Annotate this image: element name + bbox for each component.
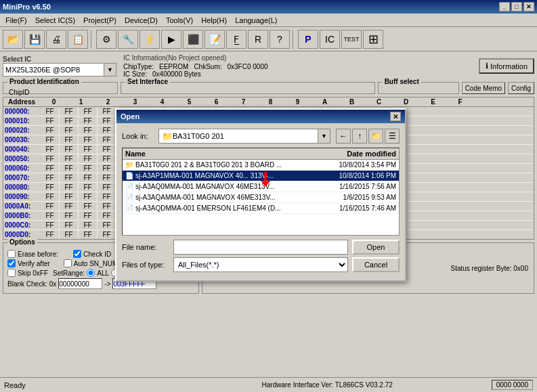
file-name-cell-0: 📁BA31T0G0 201 2 & BA31T0G0 201 3 BOARD .… [125, 161, 306, 169]
file-name-label: File name: [122, 243, 169, 251]
file-name-cell-4: 📄sj-A3AQDMMA-001 EMERSON LF461EM4 (D... [125, 204, 306, 212]
file-name-row: File name: Open [122, 240, 400, 255]
doc-icon-2: 📄 [125, 183, 133, 190]
doc-icon-1: 📄 [125, 172, 133, 179]
file-date-cell-2: 1/16/2015 7:56 AM [306, 183, 396, 190]
files-type-row: Files of type: All_Files(*.*) Cancel [122, 257, 400, 272]
file-row-4[interactable]: 📄sj-A3AQDMMA-001 EMERSON LF461EM4 (D...1… [123, 203, 399, 214]
nav-back-btn[interactable]: ← [336, 129, 351, 144]
file-date-cell-3: 1/6/2015 9:53 AM [306, 194, 396, 201]
look-in-text: BA31T0G0 201 [173, 132, 224, 140]
view-toggle-btn[interactable]: ☰ [385, 129, 400, 144]
open-dialog: Open ✕ Look in: 📁 BA31T0G0 201 ▼ ← ↑ 📁 [115, 108, 406, 282]
look-in-label: Look in: [122, 132, 156, 140]
file-row-3[interactable]: 📄sj-A3AQAMMA-001 MAGNAVOX 46ME313V...1/6… [123, 192, 399, 203]
dialog-body: Look in: 📁 BA31T0G0 201 ▼ ← ↑ 📁 ☰ [116, 123, 405, 280]
look-in-value: 📁 BA31T0G0 201 [158, 129, 318, 144]
name-col-header: Name [125, 150, 306, 158]
file-name-cell-1: 📄sj-A3AP1MMA-001 MAGNAVOX 40... 313V-... [125, 172, 306, 179]
look-in-dropdown-btn[interactable]: ▼ [318, 129, 330, 144]
file-list-header: Name Date modified [123, 148, 399, 160]
file-list-area[interactable]: Name Date modified 📁BA31T0G0 201 2 & BA3… [122, 148, 400, 236]
dialog-title-text: Open [121, 112, 139, 121]
file-row-1[interactable]: 📄sj-A3AP1MMA-001 MAGNAVOX 40... 313V-...… [123, 171, 399, 181]
date-col-header: Date modified [306, 150, 396, 158]
dialog-title-bar: Open ✕ [116, 110, 405, 123]
doc-icon-3: 📄 [125, 194, 133, 201]
folder-icon-0: 📁 [125, 161, 133, 169]
file-name-text-4: sj-A3AQDMMA-001 EMERSON LF461EM4 (D... [135, 204, 281, 212]
file-name-text-3: sj-A3AQAMMA-001 MAGNAVOX 46ME313V... [135, 194, 276, 201]
new-folder-btn[interactable]: 📁 [368, 129, 383, 144]
file-open-btn[interactable]: Open [352, 240, 400, 255]
file-name-cell-3: 📄sj-A3AQAMMA-001 MAGNAVOX 46ME313V... [125, 194, 306, 201]
file-date-cell-0: 10/8/2014 3:54 PM [306, 161, 396, 169]
file-name-text-1: sj-A3AP1MMA-001 MAGNAVOX 40... 313V-... [135, 172, 274, 179]
dialog-overlay: Open ✕ Look in: 📁 BA31T0G0 201 ▼ ← ↑ 📁 [0, 0, 537, 392]
file-name-text-2: sj-A3AQ0MMA-001 MAGNAVOX 46ME313V... [135, 183, 275, 190]
file-name-text-0: BA31T0G0 201 2 & BA31T0G0 201 3 BOARD ..… [135, 161, 282, 169]
nav-up-btn[interactable]: ↑ [352, 129, 367, 144]
file-row-2[interactable]: 📄sj-A3AQ0MMA-001 MAGNAVOX 46ME313V...1/1… [123, 181, 399, 192]
file-date-cell-1: 10/8/2014 1:06 PM [306, 172, 396, 179]
file-date-cell-4: 1/16/2015 7:46 AM [306, 204, 396, 212]
doc-icon-4: 📄 [125, 204, 133, 212]
file-row-0[interactable]: 📁BA31T0G0 201 2 & BA31T0G0 201 3 BOARD .… [123, 160, 399, 171]
folder-icon: 📁 [162, 131, 173, 141]
cancel-btn[interactable]: Cancel [352, 257, 400, 272]
dialog-close-btn[interactable]: ✕ [390, 112, 401, 121]
file-name-input[interactable] [173, 240, 348, 255]
dialog-toolbar-icons: ← ↑ 📁 ☰ [336, 129, 400, 144]
file-name-cell-2: 📄sj-A3AQ0MMA-001 MAGNAVOX 46ME313V... [125, 183, 306, 190]
look-in-row: Look in: 📁 BA31T0G0 201 ▼ ← ↑ 📁 ☰ [122, 129, 400, 144]
files-type-label: Files of type: [122, 261, 169, 269]
files-type-select[interactable]: All_Files(*.*) [173, 257, 348, 272]
look-in-combo: 📁 BA31T0G0 201 ▼ [158, 129, 330, 144]
file-rows-container: 📁BA31T0G0 201 2 & BA31T0G0 201 3 BOARD .… [123, 160, 399, 214]
